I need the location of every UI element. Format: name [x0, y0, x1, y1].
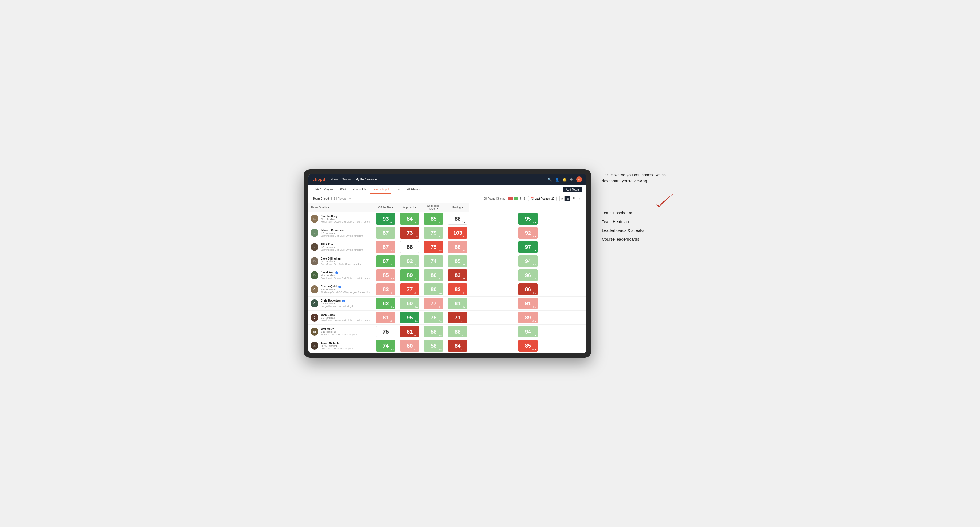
score-box: 84 6▲ [400, 213, 419, 225]
score-cell-putting: 96 3▲ [469, 268, 586, 283]
search-icon[interactable]: 🔍 [547, 178, 552, 181]
player-handicap: 1-5 Handicap [321, 316, 371, 319]
table-row[interactable]: D Dave Billingham 1-5 Handicap Gog Magog… [309, 254, 586, 268]
score-change: 1▲ [439, 292, 442, 294]
score-change: 4▲ [463, 306, 466, 308]
tab-team-clippd[interactable]: Team Clippd [370, 185, 391, 194]
nav-link-home[interactable]: Home [331, 177, 338, 182]
score-change: -3▼ [390, 249, 394, 252]
player-name: Dave Billingham [321, 257, 371, 260]
score-box: 96 3▲ [519, 269, 538, 281]
score-change: 4▲ [415, 264, 418, 266]
score-value: 83 [455, 287, 460, 292]
score-box: 60 -1▼ [400, 340, 419, 352]
add-team-button[interactable]: Add Team [563, 187, 582, 192]
annotation-arrow [602, 192, 676, 208]
score-box: 80 1▲ [424, 284, 443, 295]
score-cell-around-green: 84 -21▼ [445, 339, 469, 353]
score-box: 58 10▲ [424, 340, 443, 352]
table-row[interactable]: C Chris Robertson ✓ 1-5 Handicap Craigmi… [309, 297, 586, 311]
score-value: 60 [407, 343, 412, 348]
score-value: 89 [407, 273, 412, 278]
player-handicap: 1-5 Handicap [321, 302, 371, 305]
score-box: 85 8▲ [424, 213, 443, 225]
tab-hcaps[interactable]: Hcaps 1-5 [350, 185, 369, 194]
col-header-approach[interactable]: Approach ▾ [398, 203, 422, 212]
score-cell-putting: 97 5▲ [469, 240, 586, 254]
score-change: -4▼ [532, 348, 536, 351]
score-value: 96 [525, 273, 531, 278]
settings-icon[interactable]: ⚙ [570, 178, 573, 181]
score-change: 2▲ [415, 306, 418, 308]
tab-all-players[interactable]: All Players [404, 185, 424, 194]
score-cell-player-quality: 93 +9▲ [374, 212, 398, 226]
score-change: -3▼ [532, 235, 536, 238]
table-row[interactable]: B Blair McHarg Plus Handicap Royal North… [309, 212, 586, 226]
score-value: 75 [431, 244, 436, 250]
team-count: 14 Players [334, 197, 347, 200]
annotation-item-0: Team Dashboard [602, 211, 676, 215]
score-value: 86 [525, 287, 531, 292]
score-box: 93 +9▲ [376, 213, 395, 225]
score-change: 3▲ [439, 278, 442, 280]
score-box: 88 -2▼ [448, 326, 467, 338]
score-cell-off-tee: 82 4▲ [398, 254, 422, 268]
tab-pgat-players[interactable]: PGAT Players [313, 185, 336, 194]
score-value: 87 [383, 244, 388, 250]
score-box: 89 7▲ [400, 269, 419, 281]
nav-link-teams[interactable]: Teams [343, 177, 351, 182]
view-table-button[interactable]: ▦ [565, 196, 570, 201]
score-change: -3▼ [390, 320, 394, 322]
score-box: 95 9▲ [519, 213, 538, 225]
view-grid-button[interactable]: ⊞ [559, 196, 565, 201]
score-value: 60 [407, 301, 412, 306]
player-avatar: D [310, 271, 318, 279]
view-list-button[interactable]: ☰ [571, 196, 576, 201]
col-header-off-tee[interactable]: Off the Tee ▾ [374, 203, 398, 212]
tab-pga[interactable]: PGA [337, 185, 349, 194]
table-row[interactable]: C Charlie Quick ✓ 6-10 Handicap St. Geor… [309, 283, 586, 297]
score-box: 74 1▲ [424, 255, 443, 267]
table-row[interactable]: E Edward Crossman 1-5 Handicap Sunningda… [309, 226, 586, 240]
player-cell: E Elliot Ebert 1-5 Handicap Sunningdale … [309, 241, 374, 253]
tab-tour[interactable]: Tour [392, 185, 403, 194]
table-row[interactable]: J Josh Coles 1-5 Handicap Royal North De… [309, 311, 586, 325]
score-value: 85 [525, 343, 531, 348]
score-box: 88 -1▼ [448, 213, 467, 225]
score-change: 3▲ [533, 334, 536, 337]
player-club: Sunningdale Golf Club, United Kingdom [321, 235, 371, 237]
score-change: -3▼ [462, 264, 466, 266]
table-row[interactable]: A Aaron Nicholls 11-15 Handicap Drift Go… [309, 339, 586, 353]
avatar[interactable]: U [576, 176, 582, 182]
score-change: -3▼ [438, 249, 442, 252]
score-box: 97 5▲ [519, 241, 538, 253]
score-cell-off-tee: 60 2▲ [398, 297, 422, 311]
table-row[interactable]: E Elliot Ebert 1-5 Handicap Sunningdale … [309, 240, 586, 254]
score-box: 75 [376, 326, 395, 338]
col-header-around-green[interactable]: Around the Green ▾ [422, 203, 445, 212]
score-cell-putting: 91 -3▼ [469, 297, 586, 311]
score-cell-approach: 80 1▲ [422, 283, 445, 297]
col-header-putting[interactable]: Putting ▾ [445, 203, 469, 212]
nav-link-myperformance[interactable]: My Performance [355, 177, 377, 182]
player-handicap: 1-5 Handicap [321, 246, 371, 249]
table-row[interactable]: D David Ford ✓ Plus Handicap Royal North… [309, 268, 586, 283]
user-icon[interactable]: 👤 [555, 178, 559, 181]
view-download-button[interactable]: ↓ [577, 196, 582, 201]
score-change: 8▲ [439, 221, 442, 224]
player-handicap: Plus Handicap [321, 218, 371, 221]
score-value: 94 [525, 329, 531, 334]
score-value: 84 [455, 343, 460, 348]
col-header-player[interactable]: Player Quality ▾ [309, 203, 374, 212]
bell-icon[interactable]: 🔔 [562, 178, 567, 181]
score-value: 81 [455, 301, 460, 306]
score-cell-putting: 89 -2▼ [469, 311, 586, 325]
player-cell: B Blair McHarg Plus Handicap Royal North… [309, 213, 374, 225]
last-rounds-button[interactable]: 📅 Last Rounds: 20 [528, 196, 557, 201]
score-box: 73 -11▼ [400, 227, 419, 239]
player-avatar: J [310, 314, 318, 322]
edit-icon[interactable]: ✏ [348, 197, 351, 200]
table-row[interactable]: M Matt Miller 6-10 Handicap Woburn Golf … [309, 325, 586, 339]
player-info: David Ford ✓ Plus Handicap Royal North D… [321, 271, 371, 279]
player-name: Blair McHarg [321, 215, 371, 218]
